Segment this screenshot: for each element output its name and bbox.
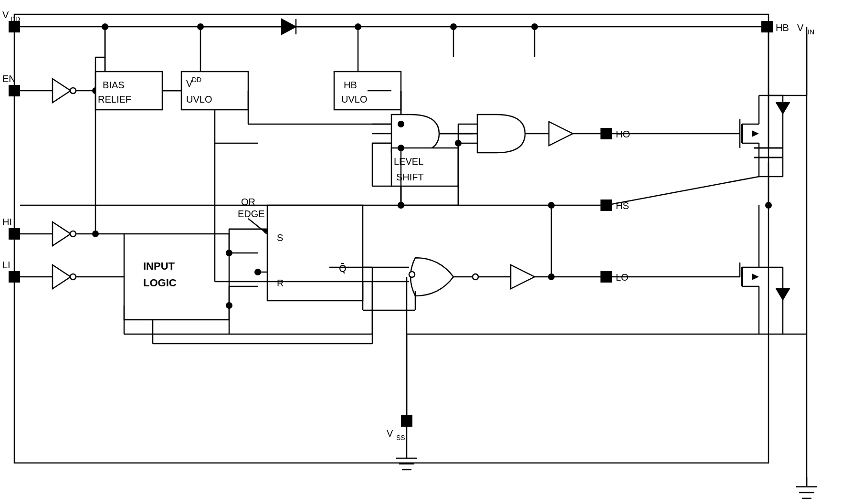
svg-point-127	[765, 202, 772, 209]
hi-terminal	[9, 228, 20, 240]
svg-point-65	[70, 274, 76, 280]
svg-point-61	[70, 231, 76, 237]
vin-label: V	[797, 22, 804, 33]
svg-point-11	[531, 23, 538, 30]
hb-label: HB	[776, 22, 789, 33]
level-shift-label2: SHIFT	[396, 172, 424, 182]
r-label: R	[277, 278, 284, 288]
li-terminal	[9, 271, 20, 283]
bias-relief-label2: RELIEF	[98, 94, 131, 105]
s-label: S	[277, 232, 283, 243]
li-label: LI	[2, 260, 11, 270]
vdd-uvlo-sub: DD	[192, 76, 201, 84]
vdd-uvlo-label2: UVLO	[186, 94, 212, 105]
hb-uvlo-label2: UVLO	[341, 94, 367, 105]
bias-relief-label1: BIAS	[103, 80, 125, 90]
svg-point-69	[409, 272, 415, 277]
svg-rect-52	[124, 234, 229, 320]
input-logic-label1: INPUT	[143, 260, 175, 272]
svg-point-37	[398, 121, 404, 127]
svg-point-148	[92, 231, 99, 237]
vdd-sub-label: DD	[11, 15, 20, 23]
svg-point-156	[455, 140, 462, 147]
circuit-diagram: V DD HB V IN EN BIAS RELIEF V DD UVLO	[0, 0, 863, 504]
en-terminal	[9, 85, 20, 96]
en-label: EN	[2, 74, 16, 84]
svg-point-170	[226, 302, 232, 309]
vin-sub-label: IN	[808, 28, 814, 36]
vss-terminal	[401, 415, 412, 427]
hb-uvlo-label1: HB	[344, 80, 357, 90]
vss-label: V	[387, 428, 393, 439]
svg-point-51	[254, 269, 261, 275]
svg-point-154	[398, 145, 404, 151]
svg-point-10	[450, 23, 457, 30]
svg-marker-115	[776, 289, 790, 301]
vdd-label: V	[2, 10, 9, 20]
level-shift-label1: LEVEL	[394, 156, 423, 167]
svg-point-21	[70, 88, 76, 94]
or-edge-label2: EDGE	[238, 209, 265, 219]
vss-sub-label: SS	[396, 434, 405, 441]
q-bar-label: Q̄	[339, 263, 347, 274]
hi-label: HI	[2, 217, 12, 227]
svg-marker-101	[776, 103, 790, 115]
hb-terminal	[761, 21, 773, 32]
svg-point-73	[473, 274, 478, 280]
input-logic-label2: LOGIC	[143, 277, 177, 289]
